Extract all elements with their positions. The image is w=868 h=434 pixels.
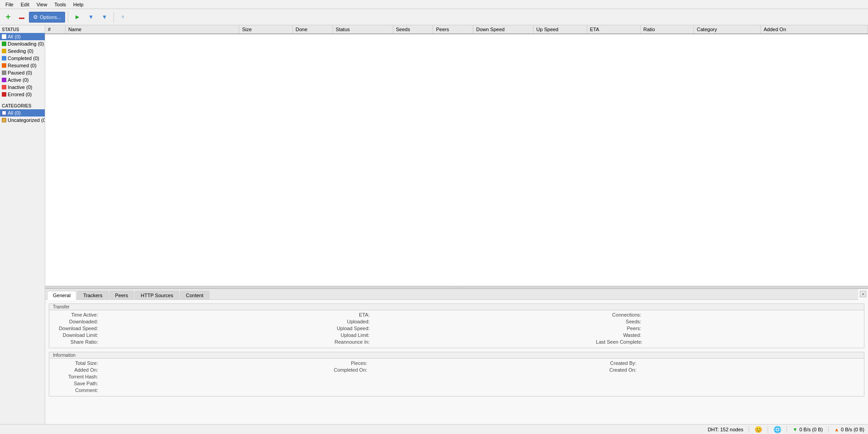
details-tabs: General Trackers Peers HTTP Sources Cont… — [45, 289, 858, 300]
details-close-button[interactable]: ✕ — [860, 291, 866, 297]
col-done[interactable]: Done — [292, 25, 333, 34]
upload-speed-row: Upload Speed: — [325, 326, 589, 331]
col-down-speed[interactable]: Down Speed — [473, 25, 533, 34]
created-by-label: Created By: — [591, 360, 637, 366]
paused-icon — [2, 70, 6, 75]
toolbar: + ⚙ Options... ▶ ▼ ▼ ▿ — [0, 9, 868, 25]
col-name[interactable]: Name — [65, 25, 239, 34]
resume-button[interactable]: ▶ — [71, 11, 84, 23]
col-status[interactable]: Status — [333, 25, 393, 34]
active-icon — [2, 78, 6, 82]
transfer-col-3: Connections: Seeds: Peers: — [592, 310, 864, 348]
pause-button[interactable]: ▼ — [85, 11, 97, 23]
col-peers[interactable]: Peers — [433, 25, 473, 34]
filter-button[interactable]: ▿ — [117, 11, 129, 23]
menu-bar: File Edit View Tools Help — [0, 0, 868, 9]
toolbar-separator-1 — [68, 12, 68, 23]
sidebar-item-downloading-label: Downloading (0) — [8, 41, 44, 47]
transfer-col-1: Time Active: Downloaded: Download Speed: — [49, 310, 321, 348]
sidebar-item-errored[interactable]: Errored (0) — [0, 91, 45, 98]
resumed-icon — [2, 63, 6, 68]
stop-icon: ▼ — [102, 14, 108, 20]
total-size-label: Total Size: — [53, 360, 98, 366]
sidebar-item-downloading[interactable]: Downloading (0) — [0, 40, 45, 47]
down-speed-label: 0 B/s (0 B) — [799, 427, 823, 432]
information-section: Information Total Size: Added On: — [49, 352, 864, 397]
transfer-section-title: Transfer — [49, 304, 864, 310]
status-icon-1: 😊 — [755, 426, 762, 433]
sidebar-item-seeding[interactable]: Seeding (0) — [0, 47, 45, 55]
stop-button[interactable]: ▼ — [98, 11, 111, 23]
added-on-label: Added On: — [53, 367, 98, 373]
col-size[interactable]: Size — [239, 25, 292, 34]
sidebar-item-completed[interactable]: Completed (0) — [0, 55, 45, 62]
completed-on-label: Completed On: — [322, 367, 367, 373]
completed-on-row: Completed On: — [322, 367, 591, 373]
col-ratio[interactable]: Ratio — [640, 25, 693, 34]
info-col-1: Total Size: Added On: Torrent Hash: — [53, 360, 322, 394]
torrent-hash-label: Torrent Hash: — [53, 374, 98, 379]
created-by-row: Created By: — [591, 360, 860, 366]
time-active-row: Time Active: — [53, 312, 317, 317]
options-button[interactable]: ⚙ Options... — [29, 12, 65, 23]
remove-torrent-button[interactable] — [15, 11, 28, 23]
dht-label: DHT: 152 nodes — [708, 427, 743, 432]
sidebar-item-uncategorized[interactable]: Uncategorized (0) — [0, 117, 45, 124]
col-up-speed[interactable]: Up Speed — [533, 25, 587, 34]
tab-http-sources[interactable]: HTTP Sources — [135, 291, 179, 299]
cat-all-icon — [2, 111, 6, 115]
reannounce-label: Reannounce In: — [325, 339, 370, 345]
col-category[interactable]: Category — [694, 25, 761, 34]
sidebar-item-cat-all[interactable]: All (0) — [0, 109, 45, 117]
upload-limit-label: Upload Limit: — [325, 332, 370, 338]
inactive-icon — [2, 85, 6, 89]
menu-view[interactable]: View — [33, 1, 51, 8]
menu-help[interactable]: Help — [70, 1, 87, 8]
info-col-3: Created By: Created On: — [591, 360, 860, 394]
col-eta[interactable]: ETA — [587, 25, 640, 34]
sidebar-item-paused-label: Paused (0) — [8, 70, 32, 75]
info-grid: Total Size: Added On: Torrent Hash: — [49, 359, 864, 396]
sidebar-item-resumed[interactable]: Resumed (0) — [0, 62, 45, 69]
tab-trackers[interactable]: Trackers — [77, 291, 108, 299]
downloaded-label: Downloaded: — [53, 319, 98, 324]
tab-content[interactable]: Content — [180, 291, 209, 299]
downloaded-row: Downloaded: — [53, 319, 317, 324]
filter-icon: ▿ — [122, 14, 124, 20]
wasted-row: Wasted: — [596, 332, 860, 338]
uploaded-row: Uploaded: — [325, 319, 589, 324]
information-section-title: Information — [49, 352, 864, 359]
menu-edit[interactable]: Edit — [17, 1, 33, 8]
download-limit-row: Download Limit: — [53, 332, 317, 338]
col-seeds[interactable]: Seeds — [393, 25, 433, 34]
add-torrent-button[interactable]: + — [2, 11, 14, 23]
menu-file[interactable]: File — [2, 1, 17, 8]
seeding-icon — [2, 49, 6, 53]
sidebar-item-errored-label: Errored (0) — [8, 92, 32, 97]
status-bar: DHT: 152 nodes 😊 🌐 ▼ 0 B/s (0 B) ▲ 0 B/s… — [0, 424, 868, 434]
status-smile-icon: 😊 — [755, 426, 762, 433]
tab-peers[interactable]: Peers — [109, 291, 134, 299]
main-layout: STATUS All (0) Downloading (0) Seeding (… — [0, 25, 868, 424]
seeds-label: Seeds: — [596, 319, 641, 324]
col-added-on[interactable]: Added On — [761, 25, 868, 34]
sidebar-item-active[interactable]: Active (0) — [0, 76, 45, 84]
status-sep-2 — [768, 426, 768, 433]
status-icon-2: 🌐 — [774, 426, 781, 433]
torrent-table-container[interactable]: # Name Size Done Status Seeds Peers Down… — [45, 25, 868, 286]
menu-tools[interactable]: Tools — [51, 1, 70, 8]
sidebar-item-paused[interactable]: Paused (0) — [0, 69, 45, 76]
download-limit-label: Download Limit: — [53, 332, 98, 338]
col-hash[interactable]: # — [45, 25, 65, 34]
upload-speed-label: Upload Speed: — [325, 326, 370, 331]
save-path-label: Save Path: — [53, 381, 98, 386]
time-active-label: Time Active: — [53, 312, 98, 317]
tab-general[interactable]: General — [47, 291, 76, 300]
sidebar-item-all[interactable]: All (0) — [0, 33, 45, 40]
connections-row: Connections: — [596, 312, 860, 317]
peers-row: Peers: — [596, 326, 860, 331]
pause-icon: ▼ — [88, 14, 94, 20]
transfer-col-2: ETA: Uploaded: Upload Speed: — [321, 310, 593, 348]
total-size-row: Total Size: — [53, 360, 322, 366]
sidebar-item-inactive[interactable]: Inactive (0) — [0, 84, 45, 91]
